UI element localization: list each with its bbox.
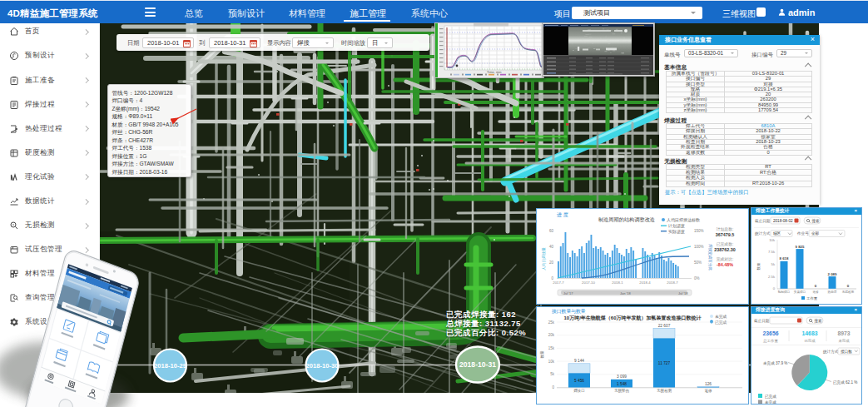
svg-text:已完成: 已完成 bbox=[765, 393, 776, 399]
svg-text:22 607: 22 607 bbox=[658, 324, 671, 328]
svg-text:5k: 5k bbox=[550, 372, 555, 376]
svg-text:进 度: 进 度 bbox=[557, 211, 568, 218]
svg-text:预制焊口: 预制焊口 bbox=[778, 289, 790, 293]
svg-text:作业号: 作业号 bbox=[796, 231, 809, 236]
svg-text:返修: 返修 bbox=[812, 290, 819, 293]
svg-text:热处理: 热处理 bbox=[828, 289, 837, 293]
svg-text:10万吨/年生物航煤（60万吨年发航）加氢装置改造接口数统计: 10万吨/年生物航煤（60万吨年发航）加氢装置改造接口数统计 bbox=[563, 315, 702, 321]
svg-text:Jul '17: Jul '17 bbox=[563, 291, 573, 295]
svg-text:2018-08-02: 2018-08-02 bbox=[773, 218, 793, 222]
svg-text:总工作量: 总工作量 bbox=[762, 338, 778, 342]
svg-text:0: 0 bbox=[773, 286, 776, 290]
svg-text:15k: 15k bbox=[548, 346, 555, 350]
svg-text:2018-10-31: 2018-10-31 bbox=[459, 360, 496, 369]
svg-text:1 548: 1 548 bbox=[617, 382, 627, 386]
svg-text:23656: 23656 bbox=[763, 330, 779, 336]
svg-text:0%: 0% bbox=[694, 276, 700, 280]
svg-text:367479.5: 367479.5 bbox=[716, 232, 734, 237]
svg-text:2018-10-30: 2018-10-30 bbox=[306, 362, 339, 370]
svg-text:5k: 5k bbox=[771, 261, 776, 266]
svg-text:截止日期: 截止日期 bbox=[754, 318, 770, 323]
svg-text:实际进度: 实际进度 bbox=[668, 229, 685, 235]
svg-text:10k: 10k bbox=[548, 360, 555, 364]
svg-text:238762.30: 238762.30 bbox=[714, 247, 735, 252]
svg-text:统计方式: 统计方式 bbox=[823, 349, 839, 354]
svg-text:2017-7: 2017-7 bbox=[553, 280, 564, 285]
svg-text:已完成数:: 已完成数: bbox=[717, 241, 734, 247]
svg-text:9 825: 9 825 bbox=[796, 244, 806, 248]
svg-text:25k: 25k bbox=[548, 320, 555, 325]
svg-text:2 089: 2 089 bbox=[828, 271, 838, 275]
svg-text:9 144: 9 144 bbox=[574, 359, 584, 363]
svg-text:接口数量与数量: 接口数量与数量 bbox=[552, 309, 586, 314]
svg-text:0: 0 bbox=[847, 284, 850, 288]
svg-text:20k: 20k bbox=[548, 333, 555, 337]
svg-text:14683: 14683 bbox=[802, 330, 818, 336]
svg-text:0: 0 bbox=[815, 284, 817, 288]
svg-text:返修: 返修 bbox=[705, 389, 713, 393]
svg-text:20: 20 bbox=[549, 261, 554, 265]
svg-text:126: 126 bbox=[705, 382, 712, 386]
svg-text:8 618: 8 618 bbox=[780, 256, 790, 261]
svg-text:未完成: 未完成 bbox=[838, 338, 850, 342]
svg-text:已完成: 已完成 bbox=[804, 338, 816, 342]
svg-text:7.5k: 7.5k bbox=[768, 250, 776, 254]
svg-text:10k: 10k bbox=[769, 237, 776, 241]
svg-text:2017-10: 2017-10 bbox=[582, 280, 595, 285]
svg-text:完成对比:: 完成对比: bbox=[717, 256, 734, 262]
svg-text:-84.48%: -84.48% bbox=[717, 262, 733, 267]
svg-text:3 099: 3 099 bbox=[617, 375, 627, 379]
svg-text:0: 0 bbox=[552, 385, 554, 390]
svg-text:2018-1: 2018-1 bbox=[612, 280, 623, 285]
svg-text:50%: 50% bbox=[694, 261, 702, 265]
svg-text:60: 60 bbox=[549, 229, 554, 233]
svg-text:8973: 8973 bbox=[837, 330, 850, 336]
svg-text:Jan '18: Jan '18 bbox=[620, 291, 632, 295]
svg-text:150%: 150% bbox=[694, 229, 704, 233]
svg-text:焊接口: 焊接口 bbox=[573, 388, 585, 393]
svg-text:数量: 数量 bbox=[756, 262, 761, 270]
svg-text:工作量: 工作量 bbox=[806, 295, 818, 300]
svg-text:无损探伤: 无损探伤 bbox=[614, 388, 630, 394]
svg-text:2018-4: 2018-4 bbox=[639, 280, 651, 285]
svg-text:未完成 37.9 %: 未完成 37.9 % bbox=[763, 360, 787, 365]
svg-text:搜索: 搜索 bbox=[814, 318, 823, 324]
svg-text:无损检测: 无损检测 bbox=[842, 289, 855, 293]
svg-text:无损检测: 无损检测 bbox=[657, 388, 672, 394]
svg-text:截止日期: 截止日期 bbox=[755, 218, 771, 223]
svg-text:统计方式: 统计方式 bbox=[755, 231, 771, 236]
svg-text:2.5k: 2.5k bbox=[768, 274, 776, 278]
svg-text:制造周期的结构调整改造: 制造周期的结构调整改造 bbox=[598, 216, 655, 223]
svg-text:安装焊口: 安装焊口 bbox=[794, 289, 806, 293]
svg-text:已完成 62.1 %: 已完成 62.1 % bbox=[833, 379, 857, 385]
svg-text:搜索: 搜索 bbox=[811, 218, 821, 224]
svg-text:100%: 100% bbox=[694, 245, 704, 249]
svg-text:Jul '18: Jul '18 bbox=[678, 291, 688, 295]
svg-text:未完成: 未完成 bbox=[715, 314, 727, 320]
svg-text:Time, min: Time, min bbox=[487, 70, 501, 74]
svg-text:40: 40 bbox=[549, 245, 554, 249]
svg-text:5 456: 5 456 bbox=[574, 379, 584, 383]
svg-text:2018-7: 2018-7 bbox=[667, 280, 678, 285]
svg-text:数量: 数量 bbox=[540, 350, 544, 359]
svg-text:人均日焊接达标数: 人均日焊接达标数 bbox=[667, 217, 700, 223]
svg-text:焊接完成百分比: 焊接完成百分比 bbox=[707, 244, 713, 271]
svg-text:未完成: 未完成 bbox=[765, 400, 776, 404]
svg-text:人均日焊接量: 人均日焊接量 bbox=[541, 247, 547, 271]
svg-text:11 727: 11 727 bbox=[658, 361, 671, 365]
